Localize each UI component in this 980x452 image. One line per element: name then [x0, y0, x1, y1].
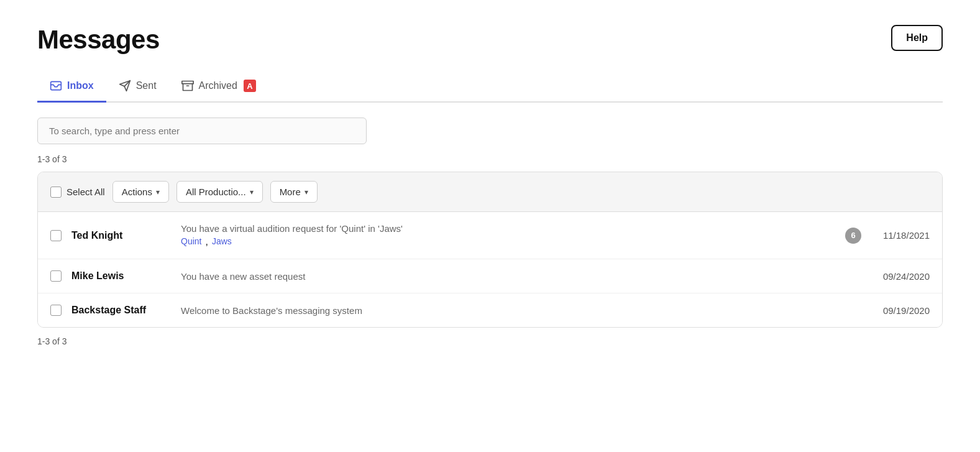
message-sender-3: Backstage Staff [71, 305, 171, 316]
page-title: Messages [37, 25, 160, 55]
message-sender-2: Mike Lewis [71, 270, 171, 282]
message-tags-1: Quint , Jaws [181, 236, 835, 247]
more-chevron-icon: ▾ [305, 188, 308, 196]
message-count-badge-1: 6 [845, 228, 861, 244]
tab-archived-label: Archived [199, 80, 237, 91]
more-dropdown[interactable]: More ▾ [270, 181, 318, 203]
message-date-2: 09/24/2020 [868, 271, 930, 282]
message-subject-3: Welcome to Backstage's messaging system [181, 305, 858, 316]
message-sender-1: Ted Knight [71, 230, 171, 241]
message-content-1: You have a virtual audition request for … [181, 223, 835, 247]
actions-dropdown[interactable]: Actions ▾ [112, 181, 169, 203]
page-container: Messages Help Inbox Sent [0, 0, 980, 379]
header-row: Messages Help [37, 25, 943, 55]
message-meta-1: 6 11/18/2021 [845, 228, 930, 244]
message-subject-2: You have a new asset request [181, 271, 858, 282]
archived-annotation-a: A [244, 80, 256, 92]
row-checkbox-3[interactable] [50, 305, 62, 316]
more-label: More [280, 187, 301, 197]
message-tag-quint[interactable]: Quint [181, 236, 201, 247]
tabs-row: Inbox Sent Archived A [37, 72, 943, 103]
inbox-icon [50, 80, 62, 92]
message-date-1: 11/18/2021 [868, 230, 930, 241]
message-content-3: Welcome to Backstage's messaging system [181, 305, 858, 316]
tab-archived[interactable]: Archived A [169, 72, 268, 103]
select-all-wrapper[interactable]: Select All [50, 187, 105, 198]
row-checkbox-2[interactable] [50, 270, 62, 282]
svg-rect-0 [51, 81, 62, 90]
tab-sent[interactable]: Sent [106, 72, 169, 103]
actions-chevron-icon: ▾ [156, 188, 160, 196]
count-top: 1-3 of 3 [37, 154, 943, 164]
message-tag-jaws[interactable]: Jaws [212, 236, 232, 247]
count-bottom: 1-3 of 3 [37, 336, 943, 346]
filter-label: All Productio... [186, 187, 246, 197]
row-checkbox-1[interactable] [50, 230, 62, 241]
select-all-label: Select All [66, 187, 105, 197]
actions-label: Actions [122, 187, 152, 197]
tab-inbox[interactable]: Inbox [37, 72, 106, 103]
tag-separator-1: , [205, 236, 208, 247]
message-meta-3: 09/19/2020 [868, 305, 930, 316]
messages-table: Select All Actions ▾ All Productio... ▾ … [37, 172, 943, 328]
message-content-2: You have a new asset request [181, 271, 858, 282]
toolbar-row: Select All Actions ▾ All Productio... ▾ … [38, 172, 942, 212]
sent-icon [119, 80, 131, 92]
message-date-3: 09/19/2020 [868, 305, 930, 316]
tab-inbox-label: Inbox [67, 80, 94, 91]
message-row[interactable]: Mike Lewis You have a new asset request … [38, 259, 942, 293]
search-input[interactable] [37, 118, 367, 144]
message-meta-2: 09/24/2020 [868, 271, 930, 282]
tab-archived-label-wrapper: Archived A [199, 80, 256, 92]
message-subject-1: You have a virtual audition request for … [181, 223, 835, 234]
filter-dropdown[interactable]: All Productio... ▾ [176, 181, 263, 203]
message-row[interactable]: Ted Knight You have a virtual audition r… [38, 212, 942, 259]
archive-icon [181, 80, 194, 92]
svg-rect-3 [181, 81, 193, 84]
filter-chevron-icon: ▾ [250, 188, 254, 196]
help-button[interactable]: Help [891, 25, 943, 51]
select-all-checkbox[interactable] [50, 187, 62, 198]
message-row[interactable]: Backstage Staff Welcome to Backstage's m… [38, 293, 942, 327]
tab-sent-label: Sent [136, 80, 157, 91]
